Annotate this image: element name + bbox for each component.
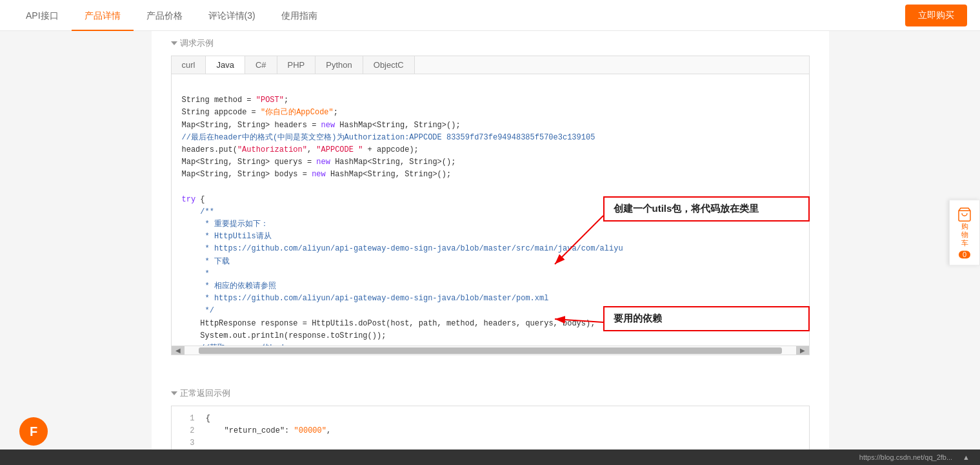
nav-reviews[interactable]: 评论详情(3) bbox=[195, 0, 268, 31]
main-content: 调求示例 curl Java C# PHP Python ObjectC Str… bbox=[152, 31, 829, 465]
scroll-right-button[interactable]: ▶ bbox=[796, 346, 809, 355]
bottom-bar: https://blog.csdn.net/qq_2fb... ▲ bbox=[0, 450, 980, 465]
logo-letter: F bbox=[30, 424, 37, 439]
dependency-annotation-text: 要用的依赖 bbox=[614, 313, 662, 324]
return-section-header: 正常返回示例 bbox=[171, 388, 810, 399]
code-tabs-bar: curl Java C# PHP Python ObjectC bbox=[171, 56, 810, 74]
request-section-header: 调求示例 bbox=[171, 37, 810, 49]
cart-sidebar[interactable]: 购 物 车 0 bbox=[949, 200, 980, 265]
return-line-2: 2 "return_code": "00000", bbox=[182, 425, 799, 437]
top-navigation: API接口 产品详情 产品价格 评论详情(3) 使用指南 立即购买 bbox=[0, 0, 980, 31]
tab-curl[interactable]: curl bbox=[172, 56, 206, 74]
dependency-annotation-box: 要用的依赖 bbox=[603, 306, 810, 331]
back-top-button[interactable]: ▲ bbox=[963, 453, 970, 461]
nav-guide[interactable]: 使用指南 bbox=[268, 0, 330, 31]
request-section-label: 调求示例 bbox=[180, 37, 214, 49]
triangle-icon bbox=[171, 41, 177, 45]
code-scroll-bar[interactable]: ◀ ▶ bbox=[172, 346, 809, 355]
return-line-1: 1 { bbox=[182, 413, 799, 425]
cart-label-line2: 物 bbox=[961, 231, 968, 239]
cart-icon bbox=[957, 207, 972, 222]
scroll-left-button[interactable]: ◀ bbox=[172, 346, 185, 355]
cart-icon-wrap: 购 物 车 bbox=[957, 207, 972, 248]
nav-product-price[interactable]: 产品价格 bbox=[134, 0, 195, 31]
cart-label-line1: 购 bbox=[961, 222, 968, 231]
tab-php[interactable]: PHP bbox=[277, 56, 316, 74]
buy-button[interactable]: 立即购买 bbox=[905, 5, 967, 26]
nav-api[interactable]: API接口 bbox=[13, 0, 72, 31]
cart-count-badge: 0 bbox=[959, 251, 970, 258]
scroll-indicator bbox=[199, 347, 782, 354]
return-line-3: 3 bbox=[182, 437, 799, 450]
return-section-label: 正常返回示例 bbox=[180, 388, 230, 399]
tab-python[interactable]: Python bbox=[315, 56, 363, 74]
utils-annotation-text: 创建一个utils包，将代码放在类里 bbox=[614, 203, 759, 214]
utils-annotation-box: 创建一个utils包，将代码放在类里 bbox=[603, 196, 810, 222]
tab-csharp[interactable]: C# bbox=[245, 56, 277, 74]
return-triangle-icon bbox=[171, 391, 177, 395]
bottom-logo[interactable]: F bbox=[19, 417, 48, 446]
tab-java[interactable]: Java bbox=[206, 56, 245, 74]
code-section-container: String method = "POST"; String appcode =… bbox=[171, 74, 810, 355]
tab-objectc[interactable]: ObjectC bbox=[363, 56, 415, 74]
nav-product-detail[interactable]: 产品详情 bbox=[72, 0, 134, 31]
footer-url: https://blog.csdn.net/qq_2fb... bbox=[859, 453, 952, 461]
cart-label-line3: 车 bbox=[961, 240, 968, 248]
